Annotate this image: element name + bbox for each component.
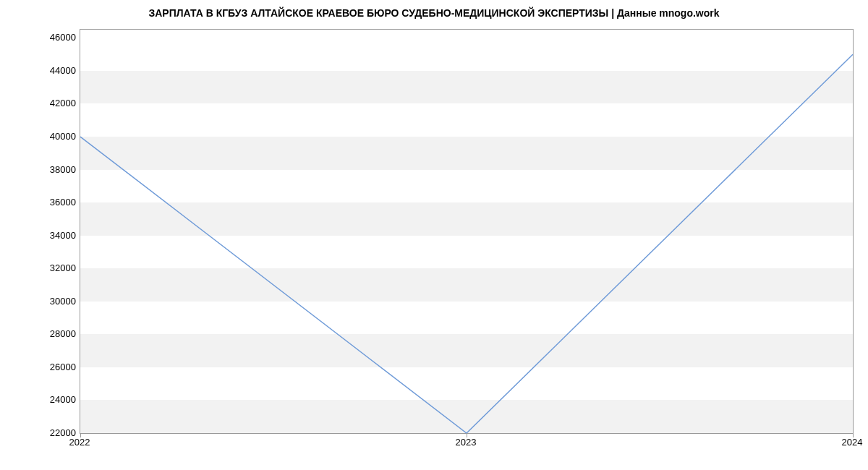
x-tick-label: 2023 — [456, 437, 477, 448]
y-tick-label: 40000 — [11, 131, 76, 142]
y-tick-label: 42000 — [11, 98, 76, 108]
y-tick-label: 36000 — [11, 197, 76, 208]
y-tick-label: 34000 — [11, 229, 76, 240]
y-tick-label: 22000 — [11, 427, 76, 438]
y-tick-label: 28000 — [11, 328, 76, 339]
x-tick-label: 2022 — [69, 437, 90, 448]
y-tick-label: 24000 — [11, 394, 76, 405]
plot-area — [80, 29, 854, 434]
y-tick-label: 44000 — [11, 64, 76, 75]
chart-title: ЗАРПЛАТА В КГБУЗ АЛТАЙСКОЕ КРАЕВОЕ БЮРО … — [0, 7, 868, 19]
y-tick-label: 46000 — [11, 32, 76, 43]
line-series — [80, 30, 853, 433]
y-tick-label: 32000 — [11, 262, 76, 273]
y-tick-label: 30000 — [11, 295, 76, 306]
x-tick-label: 2024 — [842, 437, 863, 448]
y-tick-label: 26000 — [11, 361, 76, 372]
chart-container: ЗАРПЛАТА В КГБУЗ АЛТАЙСКОЕ КРАЕВОЕ БЮРО … — [0, 0, 868, 470]
y-tick-label: 38000 — [11, 163, 76, 174]
